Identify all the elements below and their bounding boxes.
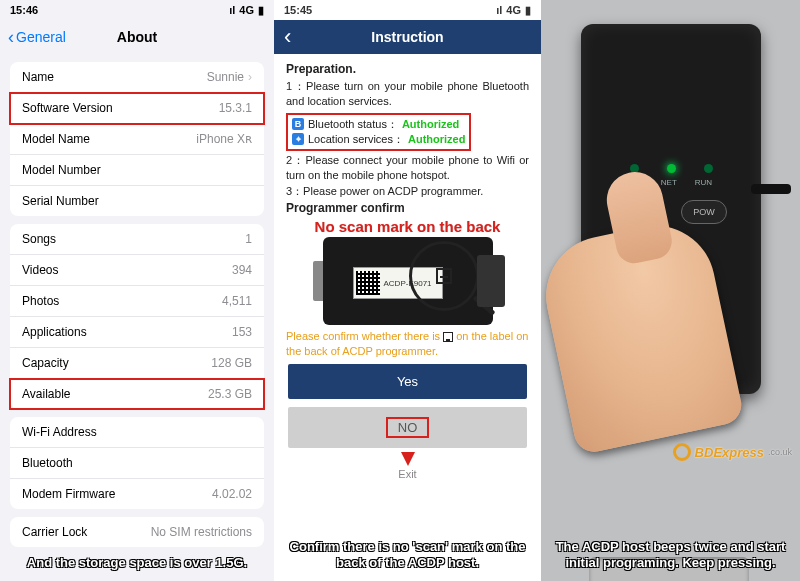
nav-bar: ‹ Instruction (274, 20, 541, 54)
row-model-number[interactable]: Model Number (10, 155, 264, 186)
programmer-heading: Programmer confirm (286, 201, 529, 215)
led-run (704, 164, 713, 173)
yes-button[interactable]: Yes (288, 364, 527, 399)
qr-icon (356, 271, 380, 295)
magnifier-icon (409, 241, 479, 311)
nav-bar: ‹ General About (0, 20, 274, 54)
device-back-image: ACDP-E9071 (323, 237, 493, 325)
scan-icon-inline (443, 332, 453, 342)
exit-link[interactable]: Exit (286, 468, 529, 480)
scan-icon (436, 268, 452, 284)
row-bluetooth[interactable]: Bluetooth (10, 448, 264, 479)
about-group-carrier: Carrier LockNo SIM restrictions (10, 517, 264, 547)
chevron-left-icon: ‹ (8, 27, 14, 48)
row-name[interactable]: Name Sunnie› (10, 62, 264, 93)
bluetooth-status-value: Authorized (402, 118, 459, 130)
row-modem-firmware[interactable]: Modem Firmware4.02.02 (10, 479, 264, 509)
preparation-heading: Preparation. (286, 62, 529, 76)
status-time: 15:45 (284, 4, 312, 16)
row-serial-number[interactable]: Serial Number (10, 186, 264, 216)
row-software-version[interactable]: Software Version 15.3.1 (10, 93, 264, 124)
magnifier-handle (472, 295, 495, 316)
signal-icon: ıl (229, 4, 235, 16)
about-group-device: Name Sunnie› Software Version 15.3.1 Mod… (10, 62, 264, 216)
battery-icon: ▮ (525, 4, 531, 17)
back-button[interactable]: ‹ (284, 24, 291, 50)
chevron-right-icon: › (248, 70, 252, 84)
watermark: BDExpress .co.uk (673, 443, 792, 461)
about-screen: 15:46 ıl 4G ▮ ‹ General About Name Sunni… (0, 0, 274, 581)
step-1: 1：Please turn on your mobile phone Bluet… (286, 79, 529, 109)
row-videos[interactable]: Videos394 (10, 255, 264, 286)
confirm-prompt: Please confirm whether there is on the l… (286, 329, 529, 358)
caption-overlay: The ACDP host beeps twice and start init… (541, 533, 800, 582)
back-label: General (16, 29, 66, 45)
row-wifi-address[interactable]: Wi-Fi Address (10, 417, 264, 448)
row-photos[interactable]: Photos4,511 (10, 286, 264, 317)
location-icon: ⌖ (292, 133, 304, 145)
page-title: Instruction (274, 29, 541, 45)
no-scan-overlay: No scan mark on the back (286, 218, 529, 235)
about-group-network: Wi-Fi Address Bluetooth Modem Firmware4.… (10, 417, 264, 509)
location-status-label: Location services： (308, 132, 404, 147)
no-button[interactable]: NO (288, 407, 527, 448)
led-net (667, 164, 676, 173)
status-box: B Bluetooth status： Authorized ⌖ Locatio… (286, 113, 471, 151)
network-label: 4G (239, 4, 254, 16)
arrow-down-icon (401, 452, 415, 466)
row-model-name[interactable]: Model Name iPhone Xʀ (10, 124, 264, 155)
led-labels: R/T NET RUN (581, 178, 761, 187)
bluetooth-status-label: Bluetooth status： (308, 117, 398, 132)
step-3: 3：Please power on ACDP programmer. (286, 184, 529, 199)
caption-overlay: And the storage space is over 1.5G. (0, 549, 274, 581)
battery-icon: ▮ (258, 4, 264, 17)
instruction-screen: 15:45 ıl 4G ▮ ‹ Instruction Preparation.… (274, 0, 541, 581)
led-row (581, 164, 761, 173)
signal-icon: ıl (496, 4, 502, 16)
watermark-o-icon (673, 443, 691, 461)
row-songs[interactable]: Songs1 (10, 224, 264, 255)
network-label: 4G (506, 4, 521, 16)
status-bar: 15:46 ıl 4G ▮ (0, 0, 274, 20)
device-photo-panel: R/T NET RUN Fn POW ACDP BDExpress .co.uk… (541, 0, 800, 581)
row-applications[interactable]: Applications153 (10, 317, 264, 348)
location-status-value: Authorized (408, 133, 465, 145)
pow-button[interactable]: POW (681, 200, 727, 224)
back-button[interactable]: ‹ General (8, 27, 66, 48)
row-capacity[interactable]: Capacity128 GB (10, 348, 264, 379)
row-available[interactable]: Available25.3 GB (10, 379, 264, 409)
row-carrier-lock[interactable]: Carrier LockNo SIM restrictions (10, 517, 264, 547)
status-bar: 15:45 ıl 4G ▮ (274, 0, 541, 20)
step-2: 2：Please connect your mobile phone to Wi… (286, 153, 529, 183)
bluetooth-icon: B (292, 118, 304, 130)
caption-overlay: Confirm there is no 'scan' mark on the b… (274, 533, 541, 582)
about-group-storage: Songs1 Videos394 Photos4,511 Application… (10, 224, 264, 409)
status-time: 15:46 (10, 4, 38, 16)
